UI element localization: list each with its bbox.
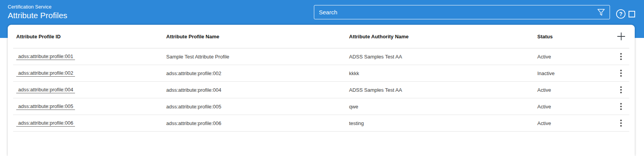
profile-id-link[interactable]: adss:attribute:profile:002 [16,70,75,77]
attribute-profiles-page: Certification Service Attribute Profiles… [0,0,644,156]
header-titles: Certification Service Attribute Profiles [8,4,67,21]
authority-name-cell: kkkk [349,70,537,76]
plus-icon [617,32,626,41]
column-header-authority-name: Attribute Authority Name [349,34,537,39]
search-box [314,5,610,19]
add-profile-button[interactable] [615,31,627,42]
authority-name-cell: testing [349,120,537,126]
table-row: adss:attribute:profile:006 adss:attribut… [13,115,629,132]
table-row: adss:attribute:profile:002 adss:attribut… [13,65,629,82]
profile-name-cell: adss:attribute:profile:006 [166,120,349,126]
kebab-menu-icon[interactable] [619,85,623,94]
status-cell: Inactive [537,70,613,76]
profile-id-link[interactable]: adss:attribute:profile:001 [16,53,75,60]
table-row: adss:attribute:profile:004 adss:attribut… [13,82,629,98]
column-header-status: Status [537,34,613,39]
kebab-menu-icon[interactable] [619,118,623,128]
authority-name-cell: ADSS Samples Test AA [349,54,537,60]
profile-id-link[interactable]: adss:attribute:profile:006 [16,120,75,127]
profile-name-cell: adss:attribute:profile:002 [166,70,349,76]
filter-funnel-icon [597,9,605,16]
kebab-menu-icon[interactable] [619,102,623,111]
authority-name-cell: qwe [349,104,537,110]
table-row: adss:attribute:profile:001 Sample Test A… [13,48,629,65]
maximize-square-icon[interactable] [629,11,635,17]
table-header-row: Attribute Profile ID Attribute Profile N… [13,25,629,48]
profile-name-cell: adss:attribute:profile:004 [166,87,349,93]
column-header-profile-id: Attribute Profile ID [16,34,166,39]
filter-button[interactable] [595,9,610,16]
kebab-menu-icon[interactable] [619,52,623,61]
column-header-profile-name: Attribute Profile Name [166,34,349,39]
profile-name-cell: adss:attribute:profile:005 [166,104,349,110]
profile-name-cell: Sample Test Attribute Profile [166,54,349,60]
status-cell: Active [537,104,613,110]
search-input[interactable] [314,5,595,19]
help-question-icon: ? [616,9,626,19]
page-title: Attribute Profiles [8,10,67,21]
profile-id-link[interactable]: adss:attribute:profile:005 [16,103,75,110]
status-cell: Active [537,54,613,60]
table-row: adss:attribute:profile:005 adss:attribut… [13,98,629,115]
service-label: Certification Service [8,4,67,10]
help-button[interactable]: ? [616,9,626,19]
kebab-menu-icon[interactable] [619,69,623,78]
authority-name-cell: ADSS Samples Test AA [349,87,537,93]
status-cell: Active [537,87,613,93]
profile-id-link[interactable]: adss:attribute:profile:004 [16,87,75,93]
status-cell: Active [537,120,613,126]
svg-text:?: ? [619,11,623,17]
profiles-card: Attribute Profile ID Attribute Profile N… [8,25,635,156]
profiles-table: Attribute Profile ID Attribute Profile N… [13,25,629,132]
